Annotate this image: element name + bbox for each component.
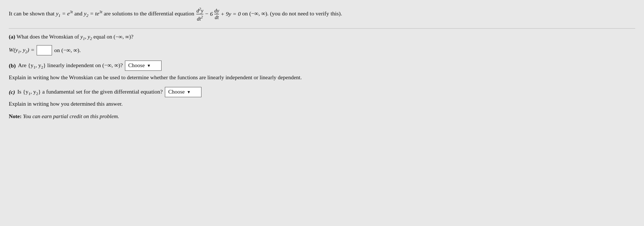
wronskian-line: W(y1, y2) = on (−∞, ∞).: [9, 45, 635, 55]
first-deriv-den: dt: [215, 14, 219, 20]
part-b-question-text: Are {y1, y2} linearly independent on (−∞…: [18, 62, 123, 69]
part-c-explain: Explain in writing how you determined th…: [9, 99, 635, 108]
second-deriv-num: d2y: [196, 7, 203, 14]
second-deriv-frac: d2y dt2: [196, 7, 203, 22]
second-deriv-den: dt2: [197, 14, 203, 22]
part-b: (b) Are {y1, y2} linearly independent on…: [9, 61, 635, 82]
part-c-label: (c): [9, 89, 15, 95]
intro-note: (you do not need to verify this).: [270, 10, 342, 17]
part-b-choose-select[interactable]: Choose: [125, 61, 162, 71]
wronskian-label: W(y1, y2) =: [9, 47, 34, 54]
part-a-question: (a) What does the Wronskian of y1, y2 eq…: [9, 32, 635, 42]
part-a-label: (a): [9, 34, 15, 40]
intro-text-before: It can be shown that: [9, 10, 56, 17]
first-deriv-frac: dy dt: [214, 8, 219, 21]
diff-equation: d2y dt2 − 6 dy dt + 9y = 0: [196, 7, 241, 22]
intro-text-after: are solutions to the differential equati…: [104, 10, 194, 17]
intro-line: It can be shown that y1 = e3t and y2 = t…: [9, 7, 635, 22]
wronskian-input[interactable]: [37, 45, 52, 55]
plus-9y: + 9y = 0: [221, 9, 241, 19]
part-a-question-text: What does the Wronskian of y1, y2 equal …: [16, 34, 133, 40]
problem-container: It can be shown that y1 = e3t and y2 = t…: [9, 7, 635, 120]
part-b-choose-label: Choose: [128, 62, 145, 69]
minus-six: − 6: [205, 9, 213, 19]
part-b-explain: Explain in writing how the Wronskian can…: [9, 73, 635, 82]
part-a: (a) What does the Wronskian of y1, y2 eq…: [9, 32, 635, 55]
note-text: You can earn partial credit on this prob…: [23, 113, 119, 119]
first-deriv-num: dy: [214, 8, 219, 14]
part-c: (c) Is {y1, y2} a fundamental set for th…: [9, 87, 635, 108]
wronskian-suffix: on (−∞, ∞).: [54, 47, 81, 54]
part-c-choose-label: Choose: [168, 89, 185, 95]
divider-1: [9, 28, 635, 29]
intro-and: and: [74, 10, 84, 17]
part-c-choose-select[interactable]: Choose: [165, 87, 201, 97]
part-c-question-line: (c) Is {y1, y2} a fundamental set for th…: [9, 87, 635, 97]
intro-y2: y2 = te3t: [84, 10, 102, 17]
part-c-question-text: Is {y1, y2} a fundamental set for the gi…: [17, 88, 163, 96]
part-b-label: (b): [9, 62, 16, 69]
part-b-question-line: (b) Are {y1, y2} linearly independent on…: [9, 61, 635, 71]
note-label: Note:: [9, 113, 22, 119]
intro-y1: y1 = e3t: [56, 10, 73, 17]
intro-domain: on (−∞, ∞). (you do not need to verify t…: [242, 10, 342, 17]
note-line: Note: You can earn partial credit on thi…: [9, 113, 635, 120]
